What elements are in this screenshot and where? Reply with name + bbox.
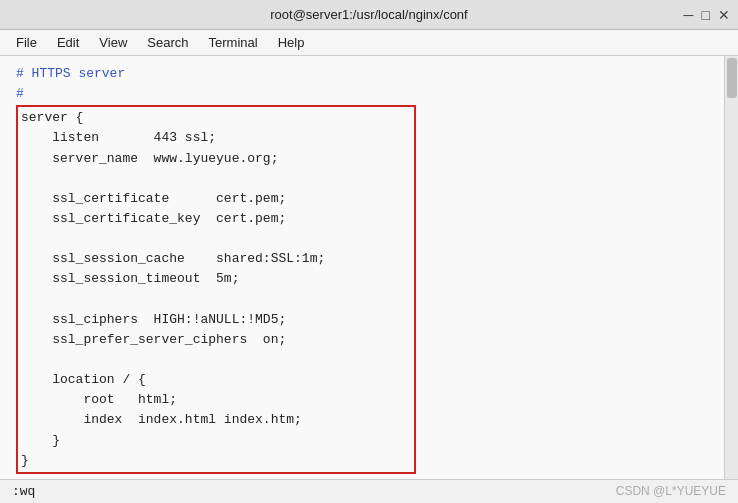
code-line: ssl_certificate_key cert.pem; [21,209,411,229]
code-line: ssl_ciphers HIGH:!aNULL:!MD5; [21,310,411,330]
close-button[interactable]: ✕ [718,8,730,22]
editor-content: # HTTPS server#server { listen 443 ssl; … [0,56,738,479]
menu-bar: File Edit View Search Terminal Help [0,30,738,56]
code-line: root html; [21,390,411,410]
menu-edit[interactable]: Edit [49,33,87,52]
code-line: # [16,84,706,104]
code-line: ssl_session_cache shared:SSL:1m; [21,249,411,269]
menu-search[interactable]: Search [139,33,196,52]
code-line: server_name www.lyueyue.org; [21,149,411,169]
status-command: :wq [12,484,35,499]
code-line: listen 443 ssl; [21,128,411,148]
code-line [21,169,411,189]
code-line: # HTTPS server [16,64,706,84]
code-block: # HTTPS server#server { listen 443 ssl; … [16,64,722,479]
title-bar: root@server1:/usr/local/nginx/conf ─ □ ✕ [0,0,738,30]
minimize-button[interactable]: ─ [684,8,694,22]
code-line: ssl_certificate cert.pem; [21,189,411,209]
menu-help[interactable]: Help [270,33,313,52]
code-line: index index.html index.htm; [21,410,411,430]
status-bar: :wq CSDN @L*YUEYUE [0,479,738,503]
code-line: ssl_prefer_server_ciphers on; [21,330,411,350]
code-line: server { [21,108,411,128]
scrollbar[interactable] [724,56,738,479]
code-line [21,350,411,370]
window-title: root@server1:/usr/local/nginx/conf [270,7,467,22]
watermark: CSDN @L*YUEYUE [616,479,726,503]
code-line: location / { [21,370,411,390]
menu-view[interactable]: View [91,33,135,52]
menu-terminal[interactable]: Terminal [201,33,266,52]
code-line: } [21,451,411,471]
code-line: } [21,431,411,451]
code-line: ssl_session_timeout 5m; [21,269,411,289]
highlighted-server-block: server { listen 443 ssl; server_name www… [16,105,416,474]
scrollbar-thumb [727,58,737,98]
menu-file[interactable]: File [8,33,45,52]
maximize-button[interactable]: □ [702,8,710,22]
code-line [21,290,411,310]
code-line [21,229,411,249]
